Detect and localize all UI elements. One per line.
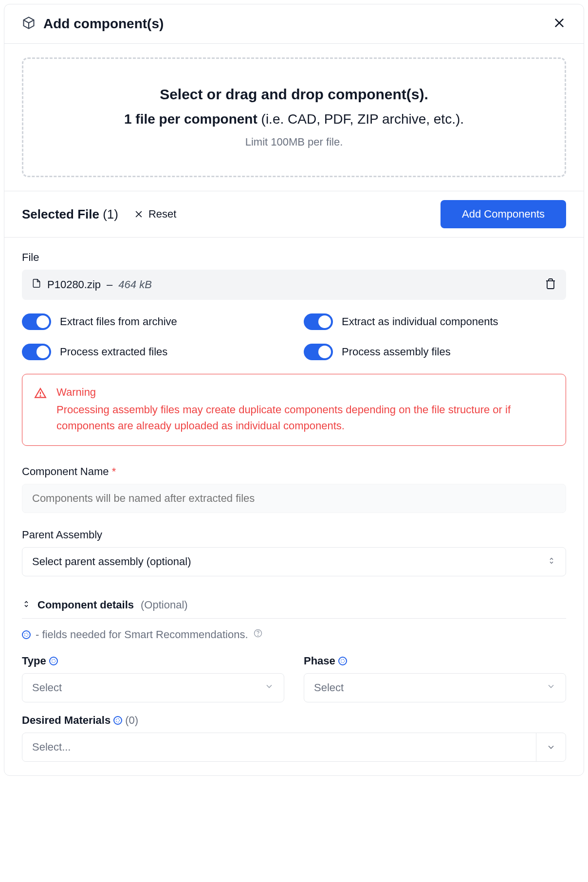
smart-badge-icon — [113, 716, 122, 725]
toggle-extract-archive-label: Extract files from archive — [60, 315, 177, 328]
dropzone-heading: Select or drag and drop component(s). — [35, 86, 553, 103]
warning-banner: Warning Processing assembly files may cr… — [22, 374, 566, 446]
warning-title: Warning — [56, 386, 554, 399]
toggle-extract-individual-label: Extract as individual components — [342, 315, 498, 328]
component-name-label: Component Name * — [22, 465, 566, 478]
smart-badge-icon — [49, 657, 58, 665]
cube-icon — [22, 16, 36, 32]
parent-assembly-select[interactable]: Select parent assembly (optional) — [22, 547, 566, 576]
file-label: File — [22, 251, 566, 264]
type-select[interactable]: Select — [22, 673, 284, 702]
warning-text: Processing assembly files may create dup… — [56, 402, 554, 434]
warning-icon — [34, 386, 47, 434]
chevron-down-icon[interactable] — [536, 733, 566, 761]
parent-assembly-label: Parent Assembly — [22, 529, 566, 541]
delete-file-button[interactable] — [545, 278, 556, 292]
toggle-process-assembly-label: Process assembly files — [342, 346, 451, 358]
chevron-down-icon — [264, 681, 274, 694]
smart-badge-icon — [338, 657, 347, 665]
chevron-up-down-icon — [22, 599, 31, 611]
materials-select[interactable]: Select... — [22, 733, 566, 762]
dropzone-subheading: 1 file per component (i.e. CAD, PDF, ZIP… — [35, 111, 553, 127]
reset-button[interactable]: Reset — [134, 208, 176, 220]
phase-label: Phase — [304, 655, 566, 667]
modal-title: Add component(s) — [43, 16, 164, 32]
chevron-down-icon — [546, 681, 556, 694]
chevron-up-down-icon — [547, 555, 556, 568]
file-name: P10280.zip — [47, 278, 101, 291]
selected-file-bar: Selected File (1) Reset Add Components — [4, 191, 584, 238]
toggle-extract-individual[interactable] — [304, 313, 333, 330]
smart-recommendations-note: - fields needed for Smart Recommendation… — [22, 628, 566, 641]
materials-label: Desired Materials (0) — [22, 714, 566, 727]
component-name-input[interactable] — [22, 484, 566, 513]
phase-select[interactable]: Select — [304, 673, 566, 702]
add-components-button[interactable]: Add Components — [441, 200, 566, 228]
toggle-process-extracted-label: Process extracted files — [60, 346, 167, 358]
selected-file-title: Selected File (1) — [22, 207, 118, 222]
file-chip: P10280.zip – 464 kB — [22, 270, 566, 300]
help-icon[interactable] — [253, 628, 263, 641]
smart-badge-icon — [22, 630, 31, 639]
modal-header: Add component(s) — [4, 4, 584, 44]
toggle-process-assembly[interactable] — [304, 344, 333, 360]
type-label: Type — [22, 655, 284, 667]
file-icon — [32, 277, 41, 292]
svg-point-2 — [257, 635, 258, 636]
file-size: 464 kB — [118, 278, 152, 291]
toggle-extract-archive[interactable] — [22, 313, 51, 330]
component-details-toggle[interactable]: Component details (Optional) — [22, 592, 566, 619]
dropzone-limit: Limit 100MB per file. — [35, 136, 553, 148]
svg-point-0 — [40, 396, 40, 396]
toggle-process-extracted[interactable] — [22, 344, 51, 360]
file-dropzone[interactable]: Select or drag and drop component(s). 1 … — [22, 57, 566, 177]
close-icon[interactable] — [552, 16, 566, 32]
